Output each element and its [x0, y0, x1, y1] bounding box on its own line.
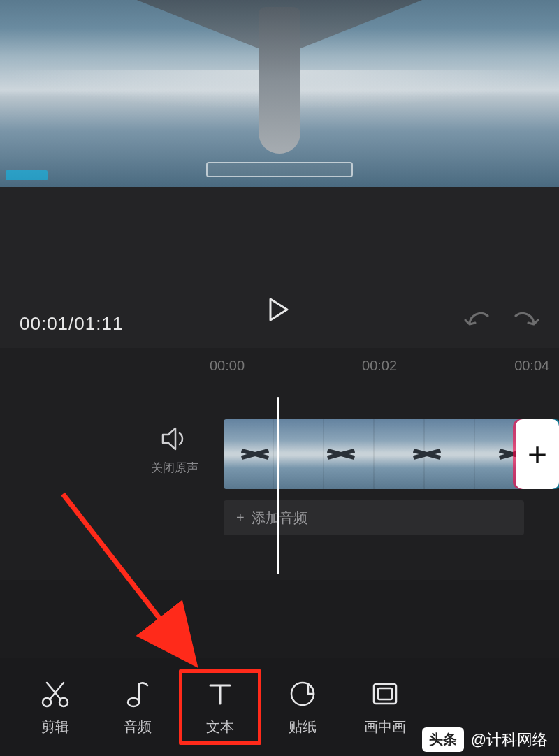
ruler-tick: 00:00 [210, 358, 245, 374]
watermark: 头条 @计科网络 [422, 727, 548, 752]
tool-text[interactable]: 文本 [179, 669, 261, 745]
ruler-tick: 00:02 [362, 358, 397, 374]
tool-label: 音频 [124, 718, 152, 736]
tool-audio[interactable]: 音频 [96, 669, 179, 745]
plus-icon: + [528, 435, 547, 474]
mute-label: 关闭原声 [140, 460, 210, 476]
pip-icon [370, 678, 400, 709]
watermark-badge: 头条 [422, 727, 464, 752]
play-icon [269, 298, 290, 321]
video-clip[interactable] [224, 419, 524, 489]
tool-pip[interactable]: 画中画 [344, 669, 426, 745]
tool-cut[interactable]: 剪辑 [14, 669, 96, 745]
svg-rect-6 [378, 688, 392, 699]
playback-controls: 00:01/01:11 [0, 187, 559, 348]
tool-label: 贴纸 [289, 718, 317, 736]
video-preview[interactable] [0, 0, 559, 187]
text-icon [205, 678, 235, 709]
sticker-icon [287, 678, 318, 709]
add-audio-track[interactable]: + 添加音频 [224, 500, 524, 535]
mute-toggle[interactable]: 关闭原声 [140, 426, 210, 476]
tool-label: 画中画 [364, 718, 406, 736]
ruler-tick: 00:04 [514, 358, 549, 374]
plus-icon: + [236, 510, 245, 526]
time-ruler: 00:00 00:02 00:04 [0, 348, 559, 383]
undo-icon[interactable] [464, 312, 492, 335]
svg-point-3 [128, 698, 139, 706]
tool-sticker[interactable]: 贴纸 [261, 669, 344, 745]
tool-label: 文本 [206, 718, 234, 736]
watermark-text: @计科网络 [471, 729, 548, 750]
redo-icon[interactable] [511, 312, 539, 335]
play-button[interactable] [261, 291, 298, 328]
speaker-icon [161, 426, 188, 451]
music-note-icon [122, 678, 153, 709]
timeline[interactable]: 00:00 00:02 00:04 关闭原声 + + 添加音频 [0, 348, 559, 580]
playhead[interactable] [277, 397, 280, 574]
time-display: 00:01/01:11 [20, 313, 123, 335]
scissors-icon [40, 678, 71, 709]
tool-label: 剪辑 [41, 718, 69, 736]
add-clip-button[interactable]: + [516, 419, 559, 489]
